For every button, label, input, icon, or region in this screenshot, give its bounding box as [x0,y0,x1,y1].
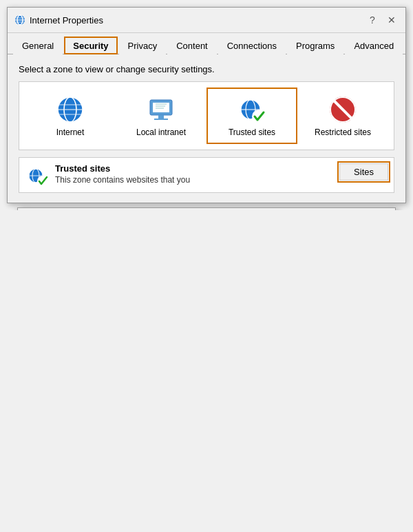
internet-icon [55,94,85,125]
title-bar: Internet Properties ? ✕ [8,8,405,33]
zone-info-check-icon [26,165,48,187]
svg-rect-14 [154,119,168,120]
zone-restricted-sites[interactable]: Restricted sites [297,88,388,144]
window-title: Internet Properties [30,15,103,25]
zone-info-desc: This zone contains websites that you [55,175,387,185]
trusted-sites-icon [237,94,267,125]
zones-container: Internet Local intranet [19,81,394,150]
tab-connections[interactable]: Connections [218,37,286,54]
ie-icon [14,14,25,25]
tab-content[interactable]: Content [167,37,217,54]
tab-privacy[interactable]: Privacy [119,37,167,54]
restricted-sites-icon [328,94,358,125]
title-bar-left: Internet Properties [14,14,103,25]
zone-trusted-sites-label: Trusted sites [229,127,275,137]
title-bar-controls: ? ✕ [366,13,399,27]
dialog-title-bar: Trusted sites ✕ [18,208,395,210]
zone-info-title: Trusted sites [55,163,387,174]
local-intranet-icon [146,94,176,125]
zone-local-intranet-label: Local intranet [136,127,186,137]
internet-properties-window: Internet Properties ? ✕ General Security… [7,7,406,203]
tab-security[interactable]: Security [64,37,117,54]
zone-local-intranet[interactable]: Local intranet [116,88,206,144]
tab-general[interactable]: General [13,37,63,54]
zone-info-panel: Trusted sites This zone contains website… [19,157,394,193]
tab-advanced[interactable]: Advanced [345,37,403,54]
security-tab-content: Select a zone to view or change security… [8,54,405,203]
tabs-bar: General Security Privacy Content Connect… [8,33,405,54]
instruction-text: Select a zone to view or change security… [19,64,394,74]
zone-internet[interactable]: Internet [25,88,116,144]
zone-internet-label: Internet [56,127,85,137]
sites-button[interactable]: Sites [339,163,388,181]
tab-programs[interactable]: Programs [287,37,343,54]
window-close-button[interactable]: ✕ [385,13,399,27]
trusted-sites-dialog: Trusted sites ✕ You can add and remove w… [17,207,396,210]
svg-rect-13 [158,115,164,119]
zone-restricted-sites-label: Restricted sites [315,127,371,137]
help-button[interactable]: ? [366,13,379,27]
zone-info-text: Trusted sites This zone contains website… [55,163,387,185]
zone-trusted-sites[interactable]: Trusted sites [206,88,297,144]
